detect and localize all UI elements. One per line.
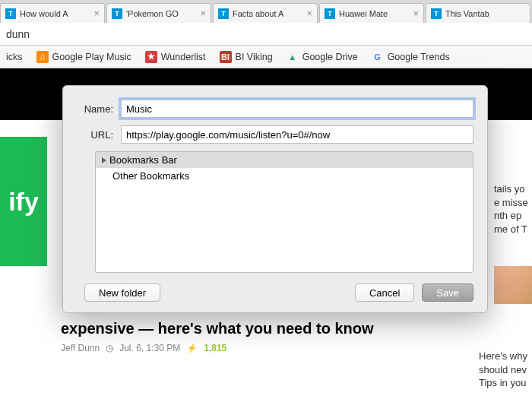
url-label: URL: — [77, 129, 121, 141]
tab-title: Huawei Mate — [339, 9, 410, 18]
google-icon: G — [372, 51, 384, 63]
favicon-icon: T — [112, 8, 122, 19]
browser-tab[interactable]: T Huawei Mate × — [319, 3, 424, 23]
bookmark-item[interactable]: ★ Wunderlist — [145, 51, 206, 63]
bookmark-label: BI Viking — [236, 52, 273, 62]
bookmark-name-input[interactable] — [121, 100, 473, 118]
article-meta: Jeff Dunn ◷ Jul. 6, 1:30 PM ⚡ 1,815 — [61, 343, 456, 353]
star-icon: ★ — [145, 51, 157, 63]
folder-item[interactable]: Bookmarks Bar — [96, 152, 473, 168]
save-button[interactable]: Save — [422, 283, 473, 302]
tab-title: How would A — [20, 9, 90, 18]
favicon-icon: T — [218, 8, 229, 19]
spotify-text: ify — [8, 187, 39, 217]
bookmark-label: Google Play Music — [52, 52, 131, 62]
browser-tab[interactable]: T 'Pokemon GO × — [106, 3, 211, 23]
close-icon[interactable]: × — [200, 8, 206, 19]
bookmark-item[interactable]: ♫ Google Play Music — [36, 51, 131, 63]
browser-tab[interactable]: T Facts about A × — [213, 3, 318, 23]
folder-list[interactable]: Bookmarks Bar Other Bookmarks — [95, 151, 473, 273]
spotify-thumbnail: ify — [0, 137, 47, 266]
clock-icon: ◷ — [106, 343, 113, 353]
bookmark-label: Wunderlist — [161, 52, 206, 62]
music-icon: ♫ — [36, 51, 49, 63]
bookmarks-bar: icks ♫ Google Play Music ★ Wunderlist BI… — [0, 46, 532, 68]
article-headline: expensive — here's what you need to know — [61, 319, 456, 338]
article-timestamp: Jul. 6, 1:30 PM — [119, 343, 180, 353]
cancel-button[interactable]: Cancel — [355, 283, 414, 302]
bookmark-item[interactable]: icks — [6, 52, 23, 62]
folder-label: Bookmarks Bar — [109, 154, 177, 166]
favicon-icon: T — [431, 8, 442, 19]
bookmark-dialog: Name: URL: Bookmarks Bar Other Bookmarks… — [62, 85, 488, 313]
tab-strip: T How would A × T 'Pokemon GO × T Facts … — [0, 0, 532, 23]
close-icon[interactable]: × — [93, 8, 100, 19]
article-card[interactable]: expensive — here's what you need to know… — [61, 319, 456, 353]
favicon-icon: T — [5, 8, 16, 19]
bolt-icon: ⚡ — [186, 343, 198, 353]
close-icon[interactable]: × — [306, 8, 312, 19]
bookmark-item[interactable]: BI BI Viking — [220, 51, 273, 63]
disclosure-triangle-icon[interactable] — [102, 157, 106, 163]
browser-tab[interactable]: T How would A × — [0, 3, 105, 23]
sidebar-text-fragment: Here's why should nev Tips in you — [479, 350, 532, 390]
bookmark-label: Google Trends — [388, 52, 450, 62]
favicon-icon: T — [325, 8, 335, 19]
bookmark-label: icks — [6, 52, 23, 62]
tab-title: 'Pokemon GO — [126, 9, 197, 18]
tab-title: This Vantab — [445, 9, 525, 18]
close-icon[interactable]: × — [413, 8, 419, 19]
bookmark-item[interactable]: G Google Trends — [372, 51, 450, 63]
sidebar-text-fragment: tails yo e misse nth ep me of T — [494, 182, 532, 236]
bookmark-label: Google Drive — [302, 52, 358, 62]
article-author: Jeff Dunn — [61, 343, 100, 353]
tab-title: Facts about A — [233, 9, 303, 18]
sidebar-thumbnail — [494, 266, 532, 304]
bookmark-item[interactable]: ▲ Google Drive — [287, 51, 358, 63]
name-label: Name: — [77, 103, 121, 115]
new-folder-button[interactable]: New folder — [84, 283, 160, 302]
folder-item[interactable]: Other Bookmarks — [96, 168, 473, 184]
drive-icon: ▲ — [287, 51, 299, 63]
folder-label: Other Bookmarks — [112, 170, 189, 182]
article-views: 1,815 — [204, 343, 226, 353]
bi-icon: BI — [220, 51, 232, 63]
browser-tab[interactable]: T This Vantab — [426, 3, 530, 23]
bookmark-url-input[interactable] — [121, 125, 473, 144]
address-bar[interactable]: dunn — [0, 23, 532, 46]
url-text: dunn — [6, 28, 30, 40]
